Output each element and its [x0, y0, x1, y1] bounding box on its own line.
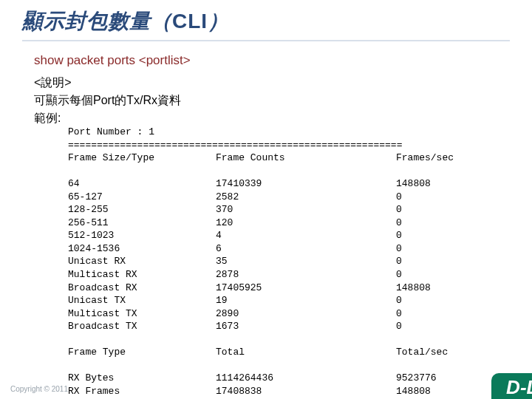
cell: 0: [396, 242, 402, 256]
cell: 65-127: [68, 191, 216, 204]
cell: 120: [216, 216, 396, 230]
description-block: <說明> 可顯示每個Port的Tx/Rx資料 範例:: [34, 74, 181, 127]
cell: Broadcast RX: [68, 282, 216, 295]
cell: 0: [396, 229, 402, 242]
cell: Unicast RX: [68, 255, 216, 268]
cell: 148808: [396, 282, 431, 295]
note-label: <說明>: [34, 74, 181, 92]
cell: 512-1023: [68, 229, 216, 242]
description-value: 可顯示每個Port的Tx/Rx資料: [34, 94, 181, 106]
cell: Multicast TX: [68, 307, 216, 321]
cell: 0: [396, 307, 402, 321]
description-text: 可顯示每個Port的Tx/Rx資料: [34, 92, 181, 109]
col-header-b2: Total: [216, 346, 396, 359]
cell: 17410339: [216, 177, 396, 191]
cell: 1673: [216, 320, 396, 333]
title-text-cli: CLI: [172, 10, 208, 33]
col-header-1: Frame Size/Type: [68, 151, 216, 165]
cell: 370: [216, 203, 396, 216]
title-text-close: ）: [208, 10, 229, 33]
cell: 0: [396, 255, 402, 268]
cell: 4: [216, 229, 396, 242]
slide-root: 顯示封包數量（CLI） show packet ports <portlist>…: [0, 0, 532, 399]
cell: 0: [396, 216, 402, 230]
cli-output: Port Number : 1 ========================…: [68, 126, 454, 399]
cell: 6: [216, 242, 396, 256]
cell: Unicast TX: [68, 294, 216, 307]
col-header-b3: Total/sec: [396, 346, 448, 359]
cell: 35: [216, 255, 396, 268]
port-number-header: Port Number : 1: [68, 126, 154, 137]
cell: 19: [216, 294, 396, 307]
cell: 0: [396, 268, 402, 282]
cell: 2890: [216, 307, 396, 321]
footer: Copyright © 2011 D-Link: [0, 378, 532, 399]
cell: Multicast RX: [68, 268, 216, 282]
col-header-3: Frames/sec: [396, 151, 454, 165]
cell: 0: [396, 203, 402, 216]
cell: 0: [396, 294, 402, 307]
cell: 0: [396, 191, 402, 204]
example-label: 範例:: [34, 109, 181, 127]
cell: 2878: [216, 268, 396, 282]
col-header-b1: Frame Type: [68, 346, 216, 359]
brand-logo: D-Link: [491, 373, 532, 399]
cli-command: show packet ports <portlist>: [34, 53, 191, 68]
cell: 256-511: [68, 216, 216, 230]
cell: Broadcast TX: [68, 320, 216, 333]
col-header-2: Frame Counts: [216, 151, 396, 165]
cell: 17405925: [216, 282, 396, 295]
copyright-text: Copyright © 2011: [10, 385, 68, 393]
title-text-zh: 顯示封包數量（: [22, 10, 172, 33]
cell: 2582: [216, 191, 396, 204]
title-underline: [22, 40, 510, 41]
cell: 148808: [396, 177, 431, 191]
brand-logo-wrap: D-Link: [451, 369, 532, 399]
cell: 0: [396, 320, 402, 333]
cell: 128-255: [68, 203, 216, 216]
cell: 64: [68, 177, 216, 191]
page-title: 顯示封包數量（CLI）: [22, 7, 229, 35]
cell: 1024-1536: [68, 242, 216, 256]
